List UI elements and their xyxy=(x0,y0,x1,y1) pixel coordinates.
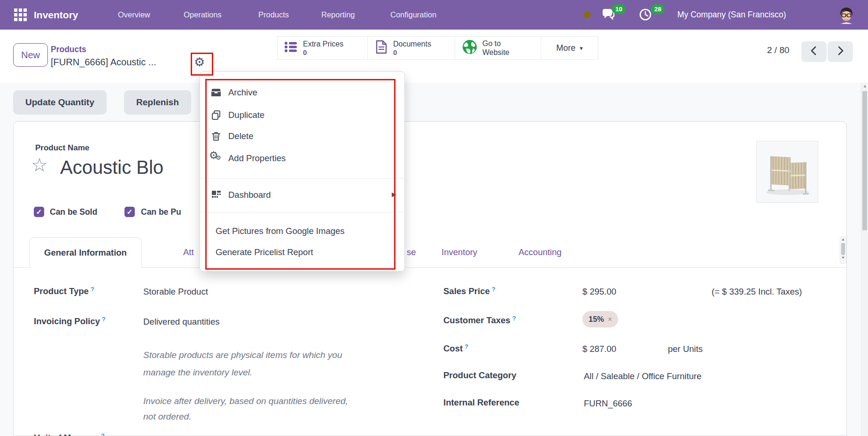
inner-scroll-thumb[interactable] xyxy=(841,243,845,255)
trash-icon xyxy=(210,131,222,142)
tab-general-information[interactable]: General Information xyxy=(29,237,142,268)
check-icon: ✓ xyxy=(36,208,42,216)
can-be-sold-checkbox[interactable]: ✓ xyxy=(34,207,44,217)
scroll-up-icon[interactable]: ▲ xyxy=(840,237,846,242)
pager-next-button[interactable] xyxy=(828,41,853,62)
chevron-right-icon xyxy=(835,45,845,58)
menu-item-generate-pricelist[interactable]: Generate Pricelist Report xyxy=(216,244,313,260)
go-to-website-button[interactable]: Go to Website xyxy=(455,37,541,59)
copy-icon xyxy=(210,109,222,121)
cost-value[interactable]: $ 287.00 xyxy=(582,344,616,354)
menu-item-add-properties[interactable]: ⚙ ⚙ Add Properties xyxy=(210,150,286,166)
menu-item-archive[interactable]: Archive xyxy=(210,85,257,101)
company-switcher[interactable]: My Company (San Francisco) xyxy=(677,0,786,30)
invoicing-policy-help-line2: not ordered. xyxy=(143,412,191,422)
nav-item-overview[interactable]: Overview xyxy=(118,0,150,30)
menu-divider xyxy=(201,178,404,179)
activities-badge: 28 xyxy=(651,4,665,14)
tab-accounting[interactable]: Accounting xyxy=(519,247,562,257)
help-icon[interactable]: ? xyxy=(101,432,105,436)
app-name[interactable]: Inventory xyxy=(34,0,78,30)
product-type-help-line1: Storable products are physical items for… xyxy=(143,350,342,360)
gear-icon[interactable]: ⚙ xyxy=(194,56,205,68)
unit-of-measure-label-partial: Unit of Measure? xyxy=(34,432,105,436)
page-scrollbar-thumb[interactable] xyxy=(862,91,867,230)
help-icon[interactable]: ? xyxy=(512,315,516,322)
invoicing-policy-help-line1: Invoice after delivery, based on quantit… xyxy=(143,396,348,406)
documents-count: 0 xyxy=(393,48,431,57)
tab-attributes-partial[interactable]: Att xyxy=(183,247,194,257)
nav-item-reporting[interactable]: Reporting xyxy=(321,0,355,30)
product-category-value[interactable]: All / Saleable / Office Furniture xyxy=(584,371,702,382)
pager-previous-button[interactable] xyxy=(801,41,827,62)
product-type-label: Product Type? xyxy=(34,286,94,296)
menu-item-delete[interactable]: Delete xyxy=(210,128,253,144)
inner-scrollbar[interactable]: ▲ ▼ xyxy=(840,236,846,264)
website-label-line1: Go to xyxy=(482,39,510,48)
tab-inventory[interactable]: Inventory xyxy=(442,247,477,257)
help-icon[interactable]: ? xyxy=(91,286,94,293)
status-dot[interactable] xyxy=(584,11,591,18)
more-button[interactable]: More ▾ xyxy=(541,37,598,59)
cost-uom-suffix: per Units xyxy=(668,344,703,354)
app-window: Inventory Overview Operations Products R… xyxy=(0,0,868,436)
menu-item-duplicate[interactable]: Duplicate xyxy=(210,107,264,123)
document-icon xyxy=(374,39,388,56)
extra-prices-count: 0 xyxy=(303,48,343,57)
extra-prices-label: Extra Prices xyxy=(303,39,343,48)
help-icon[interactable]: ? xyxy=(465,343,468,350)
product-type-help-line2: manage the inventory level. xyxy=(143,367,252,378)
dashboard-icon xyxy=(210,189,222,201)
product-name-label: Product Name xyxy=(35,143,89,153)
pager-value: 2 / 80 xyxy=(767,45,790,55)
gears-icon: ⚙ ⚙ xyxy=(210,152,222,164)
list-icon xyxy=(283,39,298,56)
menu-item-dashboard[interactable]: Dashboard xyxy=(210,187,271,203)
documents-label: Documents xyxy=(393,39,431,48)
can-be-purchased-label: Can be Pu xyxy=(141,207,181,217)
chevron-left-icon xyxy=(809,45,819,58)
sales-price-label: Sales Price? xyxy=(443,286,496,296)
product-type-value[interactable]: Storable Product xyxy=(143,287,208,297)
product-name-heading[interactable]: Acoustic Blo xyxy=(60,157,163,178)
replenish-button[interactable]: Replenish xyxy=(124,90,191,115)
nav-item-operations[interactable]: Operations xyxy=(184,0,222,30)
caret-down-icon: ▾ xyxy=(580,45,583,52)
can-be-sold-label: Can be Sold xyxy=(50,207,97,217)
nav-item-products[interactable]: Products xyxy=(258,0,289,30)
customer-tax-tag[interactable]: 15% × xyxy=(582,311,618,327)
invoicing-policy-label: Invoicing Policy? xyxy=(34,316,106,327)
new-button[interactable]: New xyxy=(13,43,48,67)
update-quantity-button[interactable]: Update Quantity xyxy=(13,90,107,115)
product-category-label: Product Category xyxy=(443,370,516,381)
sales-price-value[interactable]: $ 295.00 xyxy=(582,287,616,297)
activities-clock-icon[interactable] xyxy=(639,8,652,23)
top-navbar: Inventory Overview Operations Products R… xyxy=(0,0,868,30)
user-avatar[interactable] xyxy=(837,5,856,24)
sales-price-incl-taxes-note: (= $ 339.25 Incl. Taxes) xyxy=(712,287,802,297)
website-label-line2: Website xyxy=(482,48,510,57)
more-label: More xyxy=(556,43,575,53)
menu-item-get-pictures[interactable]: Get Pictures from Google Images xyxy=(216,223,345,239)
remove-tag-icon[interactable]: × xyxy=(608,315,612,324)
documents-button[interactable]: Documents 0 xyxy=(368,37,455,59)
product-image[interactable] xyxy=(756,141,818,203)
cost-label: Cost? xyxy=(443,343,468,354)
breadcrumb-parent[interactable]: Products xyxy=(51,45,86,54)
scroll-up-icon[interactable]: ▲ xyxy=(863,84,867,88)
scroll-down-icon[interactable]: ▼ xyxy=(840,256,846,260)
apps-grid-icon[interactable] xyxy=(14,8,27,23)
can-be-purchased-checkbox[interactable]: ✓ xyxy=(124,207,135,217)
help-icon[interactable]: ? xyxy=(492,286,496,293)
extra-prices-button[interactable]: Extra Prices 0 xyxy=(278,37,368,59)
nav-item-configuration[interactable]: Configuration xyxy=(390,0,436,30)
favorite-star-icon[interactable]: ☆ xyxy=(31,156,48,174)
messages-badge: 10 xyxy=(612,4,626,14)
tab-purchase-partial[interactable]: se xyxy=(407,247,416,257)
archive-icon xyxy=(210,87,222,98)
invoicing-policy-value[interactable]: Delivered quantities xyxy=(143,317,219,327)
help-icon[interactable]: ? xyxy=(102,316,106,323)
action-dropdown-menu: Archive Duplicate Delete xyxy=(200,71,405,272)
internal-reference-value[interactable]: FURN_6666 xyxy=(584,398,632,409)
internal-reference-label: Internal Reference xyxy=(443,397,519,408)
